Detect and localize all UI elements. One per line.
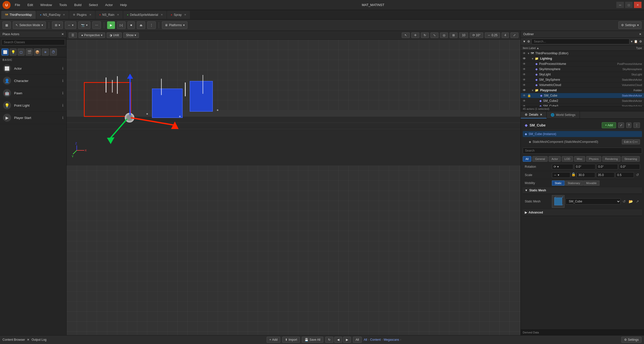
nav-forward[interactable]: ▶	[343, 337, 351, 343]
rotation-dropdown[interactable]: ⟳ ▾	[552, 164, 573, 169]
eye-icon-smskysphere[interactable]: 👁	[523, 78, 526, 81]
transform-button[interactable]: ↔ ▾	[65, 21, 76, 29]
edit-cpp-button[interactable]: Edit in C++	[622, 139, 640, 144]
menu-actor[interactable]: Actor	[102, 2, 116, 8]
outliner-options[interactable]: ⚙	[527, 40, 530, 43]
bc-megascans[interactable]: Megascans	[384, 338, 399, 341]
actor-item-actor[interactable]: ⬜ Actor ℹ	[0, 62, 66, 75]
filter-icon[interactable]: ▼	[523, 40, 526, 43]
menu-select[interactable]: Select	[86, 2, 101, 8]
browse-mesh-btn[interactable]: 📂	[628, 199, 634, 204]
search-classes-input[interactable]	[2, 39, 65, 45]
instance-row[interactable]: ◆ SM_Cube (Instance)	[523, 131, 642, 137]
show-button[interactable]: Show ▾	[123, 32, 139, 38]
eye-icon-pp[interactable]: 👁	[523, 62, 526, 66]
outliner-add-btn[interactable]: 📋	[634, 40, 638, 43]
tree-skylight[interactable]: 👁 ◆ SkyLight SkyLight	[521, 72, 644, 77]
close-button[interactable]: ✕	[634, 2, 641, 8]
nav-back[interactable]: ◀	[334, 337, 342, 343]
filter-tab-lod[interactable]: LOD	[562, 156, 573, 162]
world-settings-tab[interactable]: 🌐 World Settings	[547, 111, 580, 118]
menu-edit[interactable]: Edit	[24, 2, 36, 8]
scale-dropdown[interactable]: ↔ ▾	[552, 172, 570, 178]
actor-info-pawn[interactable]: ℹ	[62, 91, 63, 95]
tab-close-plugins[interactable]: ✕	[89, 13, 91, 16]
eye-icon-smcube3[interactable]: 👁	[523, 104, 526, 106]
selection-mode-button[interactable]: ↖ Selection Mode ▾	[13, 21, 46, 29]
unlit-button[interactable]: ◑ Unlit	[107, 32, 122, 38]
close-content-browser[interactable]: ✕	[27, 338, 29, 341]
all-btn[interactable]: All	[353, 337, 362, 343]
details-options-btn[interactable]: ⋮	[633, 122, 640, 128]
movable-mobility-btn[interactable]: Movable	[583, 181, 599, 186]
angle-btn[interactable]: ⟳ 10°	[470, 32, 483, 38]
perspective-button[interactable]: ● Perspective ▾	[78, 32, 105, 38]
volumes-category-btn[interactable]: 📦	[34, 49, 41, 56]
recent-category-btn[interactable]: ⏱	[50, 49, 57, 56]
static-mesh-dropdown[interactable]: SM_Cube	[566, 198, 621, 204]
stop-button[interactable]: ■	[128, 21, 135, 29]
content-settings-btn[interactable]: ⚙ Settings	[621, 337, 641, 343]
eye-icon-smcube[interactable]: 👁	[523, 94, 526, 97]
save-all-btn[interactable]: 💾 Save All	[302, 337, 323, 343]
tree-playground[interactable]: 👁 ▼ 📁 Playground Folder	[521, 88, 644, 93]
scale-x[interactable]: 30.0	[577, 172, 595, 178]
layout-button[interactable]: ▦	[3, 21, 11, 29]
import-content-btn[interactable]: ⬆ Import	[282, 337, 300, 343]
cinematics-category-btn[interactable]: 🎬	[26, 49, 33, 56]
grid-val[interactable]: 10	[459, 32, 468, 38]
static-mobility-btn[interactable]: Static	[552, 181, 565, 186]
details-search-input[interactable]	[523, 148, 642, 154]
filter-tab-misc[interactable]: Misc	[574, 156, 585, 162]
outliner-search-dropdown[interactable]: ▾	[631, 40, 632, 43]
open-mesh-btn[interactable]: ↗	[635, 199, 640, 204]
actor-info-playerstart[interactable]: ℹ	[62, 116, 63, 120]
reset-scale-btn[interactable]: ↺	[635, 172, 640, 178]
actor-info-actor[interactable]: ℹ	[62, 66, 63, 70]
camera-button[interactable]: 📷 ▾	[78, 21, 90, 29]
reset-mesh-btn[interactable]: ↺	[622, 199, 627, 204]
tab-plugins[interactable]: ⚙ Plugins ✕	[69, 11, 95, 19]
eye-icon[interactable]: 👁	[523, 52, 526, 55]
menu-file[interactable]: File	[12, 2, 23, 8]
scale-y[interactable]: 35.0	[596, 172, 615, 178]
static-mesh-section[interactable]: ▼ Static Mesh	[523, 187, 642, 194]
actor-item-playerstart[interactable]: ▶ Player Start ℹ	[0, 112, 66, 124]
scale-tool[interactable]: ⤡	[430, 32, 438, 38]
advanced-section[interactable]: ▶ Advanced	[523, 209, 642, 216]
eject-button[interactable]: ⏏	[137, 21, 145, 29]
output-log-tab[interactable]: Output Log	[31, 338, 46, 341]
basic-category-btn[interactable]: ⬜	[2, 49, 9, 56]
hamburger-button[interactable]: ☰	[69, 32, 77, 38]
details-add-button[interactable]: + Add	[602, 122, 616, 128]
actor-item-pawn[interactable]: 🤖 Pawn ℹ	[0, 87, 66, 99]
select-tool[interactable]: ↖	[402, 32, 410, 38]
close-outliner[interactable]: ✕	[639, 32, 641, 36]
eye-icon-playground[interactable]: 👁	[523, 89, 526, 92]
more-button[interactable]: ⋯	[92, 21, 101, 29]
tab-close-spray[interactable]: ✕	[184, 13, 186, 16]
bc-megascans-parent[interactable]: Content	[370, 338, 381, 341]
add-content-btn[interactable]: + Add	[267, 337, 280, 343]
menu-build[interactable]: Build	[71, 2, 85, 8]
eye-icon-skyatm[interactable]: 👁	[523, 67, 526, 71]
filter-tab-all[interactable]: All	[523, 156, 531, 162]
outliner-settings-btn[interactable]: ⚙	[639, 40, 642, 43]
actor-item-character[interactable]: 👤 Character ℹ	[0, 75, 66, 87]
filter-tab-physics[interactable]: Physics	[586, 156, 601, 162]
tree-smcube3[interactable]: 👁 ◆ SM_Cube3 StaticMeshActor	[521, 104, 644, 106]
allclasses-category-btn[interactable]: ≡	[42, 49, 49, 56]
details-expand-btn[interactable]: ⤢	[618, 122, 624, 128]
component-row[interactable]: ◆ StaticMeshComponent (StaticMeshCompone…	[523, 138, 642, 146]
details-tab[interactable]: ⚙ Details ✕	[521, 111, 547, 118]
close-place-actors[interactable]: ✕	[61, 32, 64, 36]
tab-ns-rainday[interactable]: ● NS_RainDay ✕	[36, 11, 69, 19]
viewport-canvas[interactable]: X Y Z	[67, 40, 520, 335]
close-details[interactable]: ✕	[540, 113, 542, 116]
tab-ns-rain[interactable]: ● NS_Rain ✕	[96, 11, 123, 19]
details-help-btn[interactable]: ?	[626, 122, 631, 128]
tab-close-defaultspritematerial[interactable]: ✕	[161, 13, 163, 16]
filter-tab-streaming[interactable]: Streaming	[622, 156, 640, 162]
actor-item-pointlight[interactable]: 💡 Point Light ℹ	[0, 99, 66, 112]
sphere-btn[interactable]: ◎	[440, 32, 448, 38]
